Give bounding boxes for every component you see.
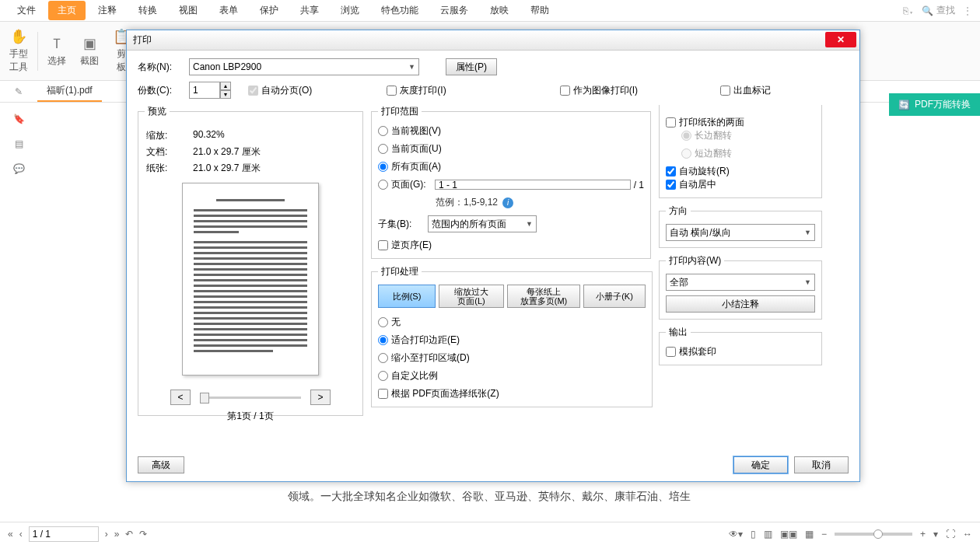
next-page-icon[interactable]: › [105, 529, 108, 540]
document-tab[interactable]: 福昕(1).pdf [37, 81, 102, 102]
paper-label: 纸张: [146, 162, 193, 175]
content-select[interactable]: 全部▼ [666, 274, 815, 291]
layout-facing-icon[interactable]: ▣▣ [780, 529, 797, 540]
range-all-pages[interactable]: 所有页面(A) [378, 160, 644, 173]
snapshot-icon: ▣ [81, 35, 98, 52]
auto-collate-checkbox[interactable]: 自动分页(O) [248, 84, 312, 97]
print-as-image-checkbox[interactable]: 作为图像打印(I) [560, 84, 638, 97]
bookmark-icon[interactable]: 🔖 [13, 114, 25, 124]
preview-group: 预览 缩放:90.32% 文档:21.0 x 29.7 厘米 纸张:21.0 x… [138, 105, 363, 416]
settings-icon[interactable]: ⎘▾ [903, 5, 914, 16]
menu-home[interactable]: 主页 [48, 1, 86, 20]
menu-features[interactable]: 特色功能 [372, 1, 428, 20]
comment-icon[interactable]: 💬 [13, 163, 25, 174]
range-current-page[interactable]: 当前页面(U) [378, 142, 644, 155]
handling-booklet-button[interactable]: 小册子(K) [583, 285, 646, 308]
select-tool[interactable]: Ｔ选择 [43, 32, 71, 71]
layout-cont-facing-icon[interactable]: ▦ [805, 529, 814, 540]
zoom-in-icon[interactable]: + [920, 529, 926, 540]
scale-custom[interactable]: 自定义比例 [378, 369, 646, 383]
fit-width-icon[interactable]: ↔ [963, 529, 972, 540]
long-edge-radio[interactable]: 长边翻转 [681, 129, 815, 142]
subset-select[interactable]: 范围内的所有页面▼ [428, 215, 537, 232]
menu-convert[interactable]: 转换 [129, 1, 166, 20]
menu-annotate[interactable]: 注释 [89, 1, 126, 20]
printer-select[interactable]: Canon LBP2900▼ [189, 58, 419, 75]
snapshot-tool[interactable]: ▣截图 [75, 32, 103, 71]
eye-icon[interactable]: 👁▾ [729, 529, 743, 540]
preview-page [182, 183, 319, 376]
first-page-icon[interactable]: « [8, 529, 13, 540]
summary-comments-button[interactable]: 小结注释 [666, 295, 815, 313]
menu-browse[interactable]: 浏览 [331, 1, 369, 20]
layout-continuous-icon[interactable]: ▥ [764, 529, 772, 540]
auto-rotate-checkbox[interactable]: 自动旋转(R) [666, 165, 815, 178]
properties-button[interactable]: 属性(P) [446, 58, 497, 75]
bleed-checkbox[interactable]: 出血标记 [720, 84, 771, 97]
zoom-slider[interactable] [835, 533, 912, 536]
scale-fit[interactable]: 适合打印边距(E) [378, 334, 646, 347]
menu-file[interactable]: 文件 [8, 1, 45, 20]
reverse-order-checkbox[interactable]: 逆页序(E) [378, 239, 644, 252]
spinner-down-icon[interactable]: ▼ [220, 90, 231, 99]
range-pages-input[interactable] [435, 180, 631, 190]
last-page-icon[interactable]: » [114, 529, 120, 540]
chevron-down-icon: ▼ [804, 229, 811, 236]
range-pages-total: / 1 [634, 180, 644, 190]
copies-input[interactable] [189, 82, 220, 99]
copies-spinner[interactable]: ▲▼ [189, 82, 231, 99]
zoom-value: 90.32% [193, 129, 356, 142]
zoom-label: 缩放: [146, 129, 193, 142]
menu-cloud[interactable]: 云服务 [431, 1, 478, 20]
handling-tile-button[interactable]: 缩放过大 页面(L) [439, 285, 504, 308]
menu-view[interactable]: 视图 [170, 1, 207, 20]
fullscreen-icon[interactable]: ⛶ [946, 529, 955, 540]
rotate-right-icon[interactable]: ↷ [139, 529, 147, 540]
search-placeholder: 查找 [936, 4, 955, 17]
close-button[interactable]: ✕ [825, 32, 856, 47]
pdf-convert-badge[interactable]: 🔄 PDF万能转换 [889, 93, 980, 116]
handling-scale-button[interactable]: 比例(S) [378, 285, 436, 308]
menu-bar: 文件 主页 注释 转换 视图 表单 保护 共享 浏览 特色功能 云服务 放映 帮… [0, 0, 980, 22]
preview-next-button[interactable]: > [310, 390, 331, 405]
left-sidebar: 🔖 ▤ 💬 [0, 104, 37, 508]
orientation-group: 方向 自动 横向/纵向▼ [659, 204, 822, 248]
hand-tool[interactable]: ✋手型 工具 [5, 25, 33, 77]
spinner-up-icon[interactable]: ▲ [220, 82, 231, 90]
menu-play[interactable]: 放映 [481, 1, 518, 20]
cancel-button[interactable]: 取消 [794, 456, 849, 473]
layout-single-icon[interactable]: ▯ [751, 529, 756, 540]
auto-center-checkbox[interactable]: 自动居中 [666, 178, 815, 191]
handling-multi-button[interactable]: 每张纸上 放置多页(M) [507, 285, 580, 308]
advanced-button[interactable]: 高级 [138, 456, 184, 473]
preview-slider[interactable] [200, 397, 301, 399]
simulate-overprint-checkbox[interactable]: 模拟套印 [666, 345, 815, 358]
scale-shrink[interactable]: 缩小至打印区域(D) [378, 351, 646, 365]
pages-icon[interactable]: ▤ [15, 138, 23, 149]
menu-share[interactable]: 共享 [291, 1, 328, 20]
info-icon[interactable]: i [502, 197, 513, 208]
scale-none[interactable]: 无 [378, 316, 646, 329]
zoom-out-icon[interactable]: − [821, 529, 827, 540]
page-number-input[interactable] [29, 526, 99, 542]
short-edge-radio[interactable]: 短边翻转 [681, 147, 815, 160]
range-current-view[interactable]: 当前视图(V) [378, 124, 644, 138]
range-pages-radio[interactable] [378, 180, 388, 190]
menu-help[interactable]: 帮助 [521, 1, 558, 20]
menu-protect[interactable]: 保护 [250, 1, 288, 20]
choose-paper-checkbox[interactable]: 根据 PDF页面选择纸张(Z) [378, 387, 646, 400]
preview-prev-button[interactable]: < [170, 390, 191, 405]
grayscale-checkbox[interactable]: 灰度打印(I) [387, 84, 446, 97]
duplex-checkbox[interactable]: 打印纸张的两面 [666, 116, 815, 129]
rotate-left-icon[interactable]: ↶ [125, 529, 133, 540]
paper-value: 21.0 x 29.7 厘米 [193, 162, 356, 175]
more-icon[interactable]: ⋮ [963, 5, 972, 16]
search-box[interactable]: 🔍 查找 [922, 4, 955, 17]
edit-icon[interactable]: ✎ [15, 86, 23, 97]
ok-button[interactable]: 确定 [733, 456, 788, 473]
prev-page-icon[interactable]: ‹ [19, 529, 23, 540]
zoom-dropdown-icon[interactable]: ▾ [933, 529, 938, 540]
menu-form[interactable]: 表单 [210, 1, 247, 20]
printer-name-label: 名称(N): [138, 61, 183, 74]
orientation-select[interactable]: 自动 横向/纵向▼ [666, 224, 815, 241]
